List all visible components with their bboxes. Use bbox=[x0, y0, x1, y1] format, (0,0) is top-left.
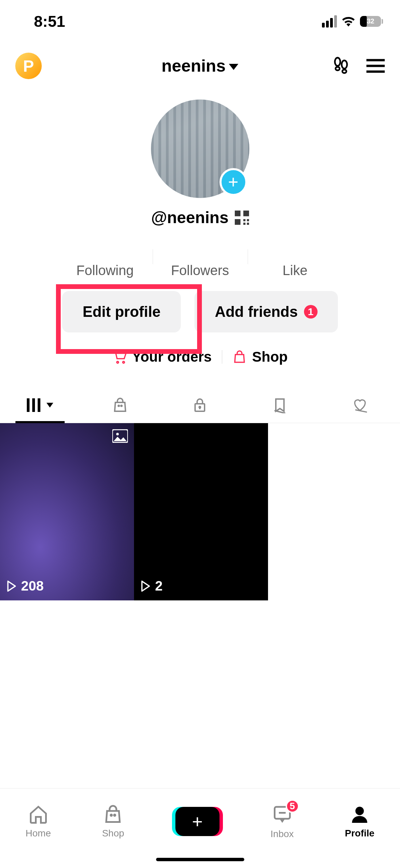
svg-rect-13 bbox=[247, 222, 249, 224]
wifi-icon bbox=[342, 16, 355, 26]
image-icon bbox=[112, 429, 128, 443]
plus-icon: + bbox=[175, 807, 220, 836]
heart-off-icon bbox=[352, 397, 368, 413]
svg-point-24 bbox=[116, 433, 119, 435]
lock-icon bbox=[192, 397, 208, 413]
username: neenins bbox=[161, 56, 226, 76]
create-button: + bbox=[175, 807, 220, 836]
svg-point-17 bbox=[121, 405, 122, 406]
your-orders-link[interactable]: Your orders bbox=[112, 349, 212, 365]
svg-rect-8 bbox=[243, 211, 249, 216]
edit-profile-button[interactable]: Edit profile bbox=[62, 291, 181, 332]
premium-badge-icon[interactable]: P bbox=[15, 53, 42, 79]
cart-icon bbox=[112, 350, 127, 364]
footprints-icon[interactable] bbox=[332, 56, 349, 75]
content-tabs bbox=[0, 387, 400, 423]
tab-private[interactable] bbox=[160, 387, 240, 423]
play-icon bbox=[140, 580, 150, 592]
home-icon bbox=[28, 804, 49, 825]
svg-point-16 bbox=[118, 405, 119, 406]
svg-rect-6 bbox=[366, 71, 385, 73]
svg-rect-7 bbox=[235, 211, 241, 216]
handle-row[interactable]: @neenins bbox=[151, 208, 249, 227]
shopping-bag-icon bbox=[112, 397, 128, 413]
view-count: 208 bbox=[6, 578, 44, 594]
action-row: Edit profile Add friends 1 bbox=[0, 291, 400, 332]
svg-point-15 bbox=[123, 361, 125, 363]
links-row: Your orders Shop bbox=[0, 349, 400, 365]
svg-point-25 bbox=[111, 815, 112, 816]
nav-shop[interactable]: Shop bbox=[102, 804, 124, 839]
svg-point-0 bbox=[335, 58, 340, 66]
svg-point-29 bbox=[356, 807, 364, 815]
handle: @neenins bbox=[151, 208, 228, 227]
svg-rect-9 bbox=[235, 219, 241, 225]
profile-section: + @neenins bbox=[0, 100, 400, 227]
account-switcher[interactable]: neenins bbox=[161, 56, 239, 76]
svg-point-14 bbox=[117, 361, 118, 363]
bag-icon bbox=[232, 350, 247, 364]
add-friends-badge: 1 bbox=[304, 305, 318, 319]
battery-icon: 32 bbox=[360, 16, 383, 27]
tab-liked[interactable] bbox=[320, 387, 400, 423]
svg-point-3 bbox=[342, 70, 346, 73]
nav-profile[interactable]: Profile bbox=[345, 804, 374, 839]
video-grid: 208 2 bbox=[0, 423, 400, 600]
stat-following[interactable]: Following bbox=[58, 244, 153, 278]
shop-icon bbox=[103, 804, 123, 825]
menu-icon[interactable] bbox=[366, 59, 385, 73]
chevron-down-icon bbox=[229, 64, 239, 70]
bottom-nav: Home Shop + 5 Inbox Profile bbox=[0, 788, 400, 868]
svg-point-1 bbox=[336, 67, 340, 70]
svg-point-26 bbox=[114, 815, 115, 816]
status-time: 8:51 bbox=[34, 12, 65, 31]
add-friends-button[interactable]: Add friends 1 bbox=[194, 291, 338, 332]
svg-rect-5 bbox=[366, 65, 385, 67]
home-indicator[interactable] bbox=[156, 858, 244, 861]
qr-code-icon bbox=[235, 211, 249, 225]
avatar-container[interactable]: + bbox=[151, 100, 249, 198]
svg-rect-10 bbox=[243, 219, 245, 221]
add-story-icon[interactable]: + bbox=[220, 168, 247, 196]
bookmark-icon bbox=[272, 397, 288, 413]
cellular-icon bbox=[322, 15, 337, 28]
tab-feed[interactable] bbox=[0, 387, 80, 423]
nav-home[interactable]: Home bbox=[25, 804, 51, 839]
svg-rect-12 bbox=[243, 222, 245, 224]
nav-inbox[interactable]: 5 Inbox bbox=[270, 803, 294, 839]
nav-create[interactable]: + bbox=[175, 807, 220, 836]
view-count: 2 bbox=[140, 578, 163, 594]
chevron-down-icon bbox=[46, 403, 53, 408]
header: P neenins bbox=[0, 39, 400, 89]
feed-icon bbox=[27, 398, 40, 412]
shop-link[interactable]: Shop bbox=[232, 349, 288, 365]
svg-rect-4 bbox=[366, 59, 385, 61]
status-bar: 8:51 32 bbox=[0, 0, 400, 39]
play-icon bbox=[6, 580, 16, 592]
svg-point-2 bbox=[342, 60, 347, 69]
stat-followers[interactable]: Followers bbox=[153, 244, 248, 278]
status-indicators: 32 bbox=[322, 15, 383, 28]
svg-rect-11 bbox=[247, 219, 249, 221]
stat-likes[interactable]: Like bbox=[248, 244, 343, 278]
tab-bookmarks[interactable] bbox=[240, 387, 320, 423]
video-thumbnail[interactable]: 2 bbox=[134, 423, 268, 600]
tab-shop-posts[interactable] bbox=[80, 387, 160, 423]
stats-row: Following Followers Like bbox=[0, 244, 400, 278]
inbox-badge: 5 bbox=[286, 799, 299, 813]
separator bbox=[222, 350, 222, 364]
video-thumbnail[interactable]: 208 bbox=[0, 423, 134, 600]
profile-icon bbox=[349, 804, 370, 825]
